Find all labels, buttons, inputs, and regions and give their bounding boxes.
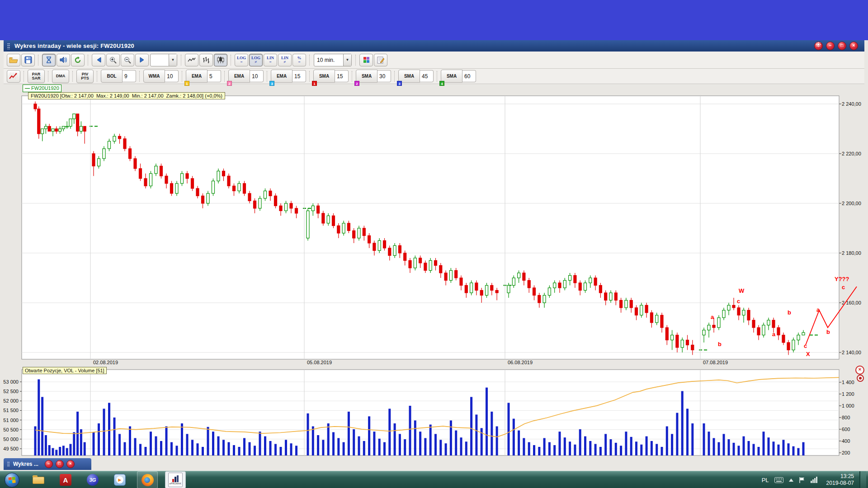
svg-text:800: 800 (842, 415, 850, 420)
language-indicator[interactable]: PL (762, 477, 769, 483)
svg-text:600: 600 (842, 427, 850, 432)
svg-text:c: c (804, 343, 807, 349)
svg-text:c: c (842, 284, 845, 291)
3g-icon: 3G (87, 474, 99, 486)
legend-symbol: FW20U1920 (31, 85, 59, 91)
svg-text:c: c (737, 298, 740, 305)
clock-time: 13:25 (826, 473, 854, 480)
svg-text:51 500: 51 500 (3, 408, 19, 413)
minimized-window-title: Wykres ... (13, 461, 38, 467)
legend-line-icon: — (25, 85, 30, 91)
svg-text:02.08.2019: 02.08.2019 (93, 360, 118, 365)
svg-text:2 180,00: 2 180,00 (842, 250, 861, 256)
svg-text:W: W (739, 287, 745, 294)
svg-text:50 500: 50 500 (3, 427, 19, 432)
taskbar-item-epromak[interactable]: ePROMAK (165, 471, 186, 488)
svg-text:06.08.2019: 06.08.2019 (508, 360, 533, 365)
svg-text:49 500: 49 500 (3, 446, 19, 451)
series-legend[interactable]: — FW20U1920 (23, 84, 61, 92)
taskbar-item-firefox[interactable] (137, 471, 158, 488)
minimized-window-bar[interactable]: Wykres ... – □ × (4, 458, 91, 470)
svg-text:2 240,00: 2 240,00 (842, 101, 861, 107)
taskbar-item-media-player[interactable]: ▶ (110, 472, 130, 488)
mini-close-button[interactable]: × (66, 460, 75, 468)
svg-text:2 140,00: 2 140,00 (842, 350, 861, 355)
epromak-icon: ePROMAK (168, 473, 183, 487)
volume-target-icon[interactable] (857, 375, 864, 382)
svg-text:Y???: Y??? (835, 276, 849, 282)
volume-close-icon[interactable]: × (855, 366, 864, 375)
system-tray: PL 13:25 2019-08-07 (762, 471, 868, 488)
minibar-grip-icon (7, 461, 9, 467)
chart-area[interactable]: 2 240,002 220,002 200,002 180,002 160,00… (0, 0, 868, 488)
clock[interactable]: 13:25 2019-08-07 (826, 473, 854, 487)
ohlc-info-bar: FW20U1920 [Otw.: 2 147,00 Max.: 2 149,00… (28, 92, 225, 99)
svg-text:a: a (711, 314, 714, 320)
keyboard-icon[interactable] (774, 477, 783, 483)
svg-text:b: b (826, 328, 830, 335)
action-center-flag-icon[interactable] (799, 477, 805, 483)
svg-text:2 220,00: 2 220,00 (842, 151, 861, 156)
svg-text:1 400: 1 400 (842, 380, 854, 385)
mini-restore-button[interactable]: □ (56, 460, 64, 468)
windows-explorer-icon (33, 475, 44, 484)
minimized-window-controls: – □ × (45, 460, 75, 468)
adobe-reader-icon: A (60, 474, 71, 486)
svg-text:1 000: 1 000 (842, 403, 854, 408)
svg-text:2 200,00: 2 200,00 (842, 201, 861, 206)
svg-text:a: a (772, 331, 776, 338)
network-signal-icon[interactable] (811, 477, 818, 483)
svg-text:a: a (816, 306, 820, 313)
svg-text:51 000: 51 000 (3, 418, 19, 423)
clock-date: 2019-08-07 (826, 480, 854, 487)
svg-text:52 500: 52 500 (3, 389, 19, 394)
svg-text:50 000: 50 000 (3, 436, 19, 442)
mini-minimize-button[interactable]: – (45, 460, 53, 468)
screen: { "window": { "title": "Wykres intraday … (0, 0, 868, 488)
svg-text:2 160,00: 2 160,00 (842, 300, 861, 305)
volume-panel-label: Otwarte Pozycje, VOL - Volume [51] (23, 367, 107, 374)
svg-text:05.08.2019: 05.08.2019 (307, 360, 332, 365)
media-player-icon: ▶ (114, 474, 126, 486)
firefox-icon (142, 474, 154, 486)
taskbar-items: A3G▶ePROMAK (25, 471, 189, 488)
svg-text:1 200: 1 200 (842, 391, 854, 397)
taskbar-item-3g[interactable]: 3G (83, 472, 103, 488)
svg-text:53 000: 53 000 (3, 379, 19, 385)
svg-text:200: 200 (842, 450, 850, 455)
svg-text:52 000: 52 000 (3, 398, 19, 404)
show-hidden-icons-button[interactable] (789, 479, 793, 482)
show-desktop-button[interactable] (859, 471, 866, 488)
svg-text:b: b (788, 309, 791, 316)
windows-logo-icon (8, 477, 15, 483)
svg-text:X: X (806, 351, 810, 357)
taskbar-item-adobe-reader[interactable]: A (56, 472, 75, 488)
svg-text:400: 400 (842, 438, 850, 444)
taskbar: A3G▶ePROMAK PL 13:25 2019-08-07 (0, 471, 868, 488)
taskbar-item-windows-explorer[interactable] (28, 472, 48, 488)
start-button[interactable] (5, 473, 19, 488)
svg-text:07.08.2019: 07.08.2019 (703, 360, 728, 365)
svg-text:b: b (718, 341, 722, 347)
